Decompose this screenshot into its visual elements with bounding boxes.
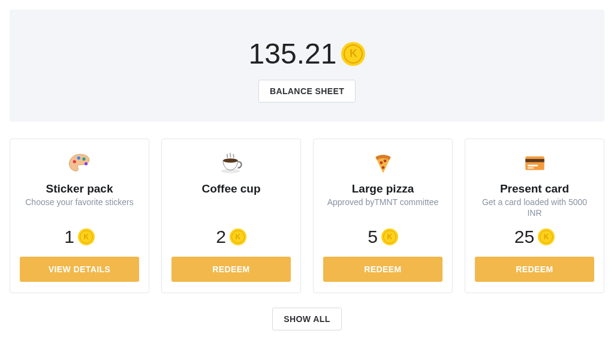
reward-price: 2 K (216, 227, 246, 247)
palette-icon (67, 151, 92, 176)
coin-icon: K (341, 42, 365, 66)
svg-point-6 (380, 161, 383, 164)
svg-point-3 (84, 162, 87, 165)
pizza-icon (371, 151, 396, 176)
price-value: 1 (64, 227, 74, 247)
rewards-grid: Sticker pack Choose your favorite sticke… (10, 139, 604, 293)
redeem-button[interactable]: REDEEM (323, 257, 443, 282)
view-details-button[interactable]: VIEW DETAILS (20, 257, 139, 282)
coffee-icon (219, 151, 244, 176)
coin-icon: K (538, 228, 555, 245)
price-value: 25 (514, 227, 534, 247)
reward-description: Get a card loaded with 5000 INR (475, 197, 594, 218)
redeem-button[interactable]: REDEEM (171, 257, 291, 282)
reward-price: 5 K (368, 227, 398, 247)
footer-row: SHOW ALL (10, 308, 604, 330)
reward-title: Large pizza (352, 182, 414, 195)
balance-sheet-button[interactable]: BALANCE SHEET (258, 80, 356, 103)
show-all-button[interactable]: SHOW ALL (272, 308, 341, 330)
coin-icon: K (78, 228, 95, 245)
reward-description: Choose your favorite stickers (25, 197, 134, 218)
reward-title: Coffee cup (201, 182, 260, 195)
coin-icon: K (381, 228, 398, 245)
redeem-button[interactable]: REDEEM (475, 257, 594, 282)
reward-card-sticker-pack: Sticker pack Choose your favorite sticke… (10, 139, 149, 293)
balance-amount: 135.21 (249, 37, 337, 70)
reward-title: Sticker pack (46, 182, 113, 195)
svg-rect-10 (525, 159, 544, 162)
svg-point-7 (383, 160, 386, 163)
price-value: 2 (216, 227, 226, 247)
svg-point-8 (381, 166, 384, 169)
card-icon (522, 151, 547, 176)
reward-price: 1 K (64, 227, 95, 247)
balance-row: 135.21 K (10, 37, 604, 70)
svg-rect-12 (527, 167, 534, 169)
price-value: 5 (368, 227, 378, 247)
svg-point-5 (223, 158, 238, 163)
svg-point-1 (77, 157, 80, 160)
coin-icon: K (230, 228, 246, 245)
reward-description: Approved byTMNT committee (327, 197, 439, 218)
reward-card-coffee-cup: Coffee cup 2 K REDEEM (161, 139, 301, 293)
reward-card-present-card: Present card Get a card loaded with 5000… (465, 139, 604, 293)
svg-rect-11 (527, 165, 538, 167)
reward-price: 25 K (514, 227, 555, 247)
svg-point-0 (73, 160, 76, 163)
svg-point-2 (82, 158, 85, 161)
balance-panel: 135.21 K BALANCE SHEET (10, 10, 604, 122)
reward-title: Present card (500, 182, 569, 195)
reward-card-large-pizza: Large pizza Approved byTMNT committee 5 … (313, 139, 453, 293)
